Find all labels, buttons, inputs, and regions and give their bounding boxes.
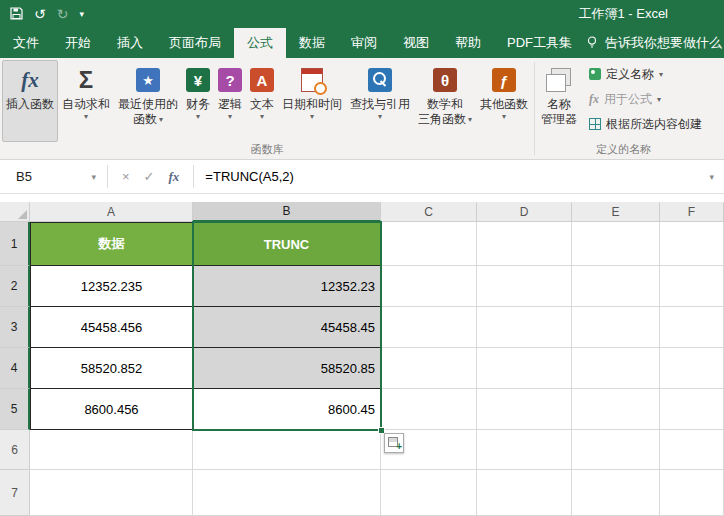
formula-input[interactable]: =TRUNC(A5,2): [201, 169, 705, 184]
create-from-selection-button[interactable]: 根据所选内容创建: [585, 113, 706, 135]
cell-E6[interactable]: [572, 430, 660, 470]
math-trig-button[interactable]: θ 数学和 三角函数 ▾: [414, 60, 476, 142]
cell-C2[interactable]: [381, 266, 477, 307]
tab-pdf-tools[interactable]: PDF工具集: [494, 28, 585, 58]
cell-D2[interactable]: [477, 266, 572, 307]
cell-A1[interactable]: 数据: [30, 222, 193, 266]
formula-bar-expand-icon[interactable]: ▾: [705, 172, 718, 182]
more-functions-button[interactable]: ƒ 其他函数 ▾: [476, 60, 532, 142]
row-header-3[interactable]: 3: [0, 307, 30, 348]
column-header-E[interactable]: E: [572, 202, 660, 222]
tab-review[interactable]: 审阅: [338, 28, 390, 58]
cell-E5[interactable]: [572, 389, 660, 430]
tab-view[interactable]: 视图: [390, 28, 442, 58]
cell-D3[interactable]: [477, 307, 572, 348]
cell-F3[interactable]: [660, 307, 724, 348]
cell-A4[interactable]: 58520.852: [30, 348, 193, 389]
create-from-selection-label: 根据所选内容创建: [606, 116, 702, 133]
cell-A5[interactable]: 8600.456: [30, 389, 193, 430]
row-header-5[interactable]: 5: [0, 389, 30, 430]
cell-B1[interactable]: TRUNC: [193, 222, 381, 266]
cell-B3[interactable]: 45458.45: [193, 307, 381, 348]
insert-function-button[interactable]: fx 插入函数: [2, 60, 58, 142]
cell-A6[interactable]: [30, 430, 193, 470]
enter-check-icon[interactable]: ✓: [137, 169, 162, 184]
row-header-7[interactable]: 7: [0, 470, 30, 516]
cell-A7[interactable]: [30, 470, 193, 516]
tab-page-layout[interactable]: 页面布局: [156, 28, 234, 58]
use-in-formula-button[interactable]: fx 用于公式 ▾: [585, 88, 706, 110]
autosum-button[interactable]: Σ 自动求和 ▾: [58, 60, 114, 142]
undo-button[interactable]: ↺: [34, 7, 46, 21]
cell-B2[interactable]: 12352.23: [193, 266, 381, 307]
name-box[interactable]: B5 ▾: [8, 160, 100, 193]
cell-E7[interactable]: [572, 470, 660, 516]
qat-customize-icon[interactable]: ▾: [79, 7, 84, 21]
tab-home[interactable]: 开始: [52, 28, 104, 58]
cell-F4[interactable]: [660, 348, 724, 389]
cell-B6[interactable]: [193, 430, 381, 470]
cell-F7[interactable]: [660, 470, 724, 516]
tell-me-box[interactable]: 告诉我你想要做什么: [585, 28, 724, 58]
lookup-reference-button[interactable]: 查找与引用 ▾: [346, 60, 414, 142]
cell-A3[interactable]: 45458.456: [30, 307, 193, 348]
cell-E2[interactable]: [572, 266, 660, 307]
text-functions-button[interactable]: A 文本 ▾: [246, 60, 278, 142]
row-header-6[interactable]: 6: [0, 430, 30, 470]
cancel-icon[interactable]: ×: [115, 169, 137, 184]
recently-used-button[interactable]: ★ 最近使用的 函数 ▾: [114, 60, 182, 142]
cell-A2[interactable]: 12352.235: [30, 266, 193, 307]
cell-C5[interactable]: [381, 389, 477, 430]
cell-B7[interactable]: [193, 470, 381, 516]
select-all-corner[interactable]: [0, 202, 30, 222]
insert-function-fx-icon[interactable]: fx: [162, 169, 187, 185]
column-header-A[interactable]: A: [30, 202, 193, 222]
create-from-selection-grid-icon: [589, 118, 601, 130]
column-header-D[interactable]: D: [477, 202, 572, 222]
financial-label: 财务: [186, 97, 210, 112]
cell-D4[interactable]: [477, 348, 572, 389]
cell-F5[interactable]: [660, 389, 724, 430]
cell-E4[interactable]: [572, 348, 660, 389]
autofill-options-button[interactable]: +: [384, 433, 404, 453]
tab-insert[interactable]: 插入: [104, 28, 156, 58]
cell-E3[interactable]: [572, 307, 660, 348]
chevron-down-icon: ▾: [310, 112, 314, 121]
name-manager-icon: [546, 68, 572, 92]
cell-D1[interactable]: [477, 222, 572, 266]
date-time-icon-wrap: [301, 65, 323, 95]
cell-D7[interactable]: [477, 470, 572, 516]
redo-button[interactable]: ↻: [57, 7, 69, 21]
cell-F6[interactable]: [660, 430, 724, 470]
column-header-B[interactable]: B: [193, 202, 381, 222]
column-header-C[interactable]: C: [381, 202, 477, 222]
cell-C3[interactable]: [381, 307, 477, 348]
insert-function-label: 插入函数: [6, 97, 54, 112]
tab-formulas[interactable]: 公式: [234, 28, 286, 58]
row-header-2[interactable]: 2: [0, 266, 30, 307]
name-manager-button[interactable]: 名称 管理器: [537, 60, 581, 142]
tab-file[interactable]: 文件: [0, 28, 52, 58]
cell-F1[interactable]: [660, 222, 724, 266]
cell-F2[interactable]: [660, 266, 724, 307]
cell-C1[interactable]: [381, 222, 477, 266]
cell-C4[interactable]: [381, 348, 477, 389]
cell-D6[interactable]: [477, 430, 572, 470]
date-time-functions-button[interactable]: 日期和时间 ▾: [278, 60, 346, 142]
cell-C7[interactable]: [381, 470, 477, 516]
cell-B4[interactable]: 58520.85: [193, 348, 381, 389]
cell-B5-active[interactable]: 8600.45: [193, 389, 381, 430]
row-header-4[interactable]: 4: [0, 348, 30, 389]
tab-help[interactable]: 帮助: [442, 28, 494, 58]
define-name-button[interactable]: 定义名称 ▾: [585, 63, 706, 85]
cell-D5[interactable]: [477, 389, 572, 430]
row-header-1[interactable]: 1: [0, 222, 30, 266]
chevron-down-icon: ▾: [502, 112, 506, 121]
tab-data[interactable]: 数据: [286, 28, 338, 58]
name-box-dropdown-icon[interactable]: ▾: [91, 172, 96, 182]
financial-functions-button[interactable]: ¥ 财务 ▾: [182, 60, 214, 142]
cell-E1[interactable]: [572, 222, 660, 266]
column-header-F[interactable]: F: [660, 202, 724, 222]
logical-functions-button[interactable]: ? 逻辑 ▾: [214, 60, 246, 142]
save-icon[interactable]: [10, 7, 23, 22]
